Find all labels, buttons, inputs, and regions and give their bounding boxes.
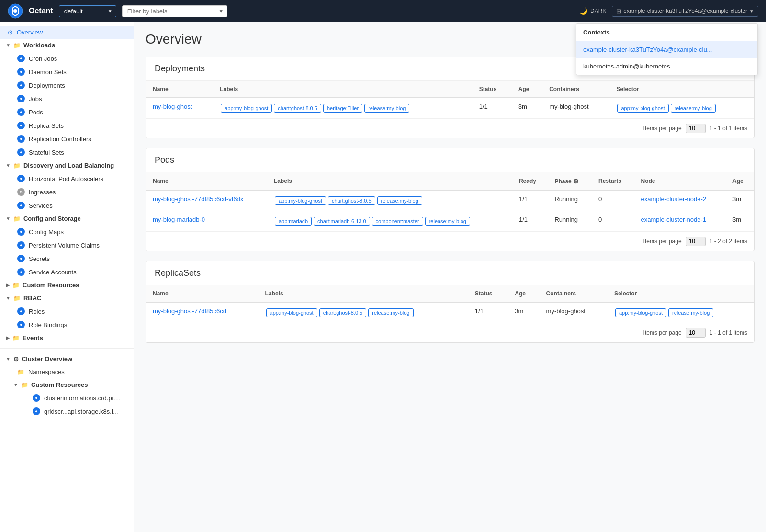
hpa-icon: ● xyxy=(17,175,25,182)
pod-name-link-0[interactable]: my-blog-ghost-77df85c6cd-vf6dx xyxy=(153,195,243,203)
pod-label-0-2: release:my-blog xyxy=(377,196,422,205)
cluster-selector[interactable]: ⊞ example-cluster-ka3TuTzYo4a@example-cl… xyxy=(612,6,758,17)
rs-col-containers: Containers xyxy=(540,285,608,302)
sidebar-item-cron-jobs[interactable]: ● Cron Jobs xyxy=(4,52,134,65)
clusterinformations-label: clusterinformations.crd.projec... xyxy=(44,395,121,402)
pods-per-page-select[interactable]: 10 25 50 xyxy=(686,237,706,246)
deployments-icon: ● xyxy=(17,81,25,89)
sidebar-section-events[interactable]: ▶ 📁 Events xyxy=(0,331,134,344)
deployments-per-page-select[interactable]: 10 25 50 xyxy=(686,124,706,133)
role-bindings-label: Role Bindings xyxy=(29,321,67,328)
ingresses-label: Ingresses xyxy=(29,189,56,196)
context-item-0[interactable]: example-cluster-ka3TuTzYo4a@example-clu.… xyxy=(576,41,757,58)
sidebar-section-custom-resources[interactable]: ▶ 📁 Custom Resources xyxy=(0,279,134,292)
sidebar-item-namespaces[interactable]: 📁 Namespaces xyxy=(4,365,134,378)
pod-restarts-1: 0 xyxy=(592,211,634,232)
sidebar-section-cluster-overview[interactable]: ▼ ⊙ Cluster Overview xyxy=(0,352,134,365)
sidebar-item-deployments[interactable]: ● Deployments xyxy=(4,79,134,92)
phase-filter-icon[interactable]: ⊛ xyxy=(573,177,579,185)
rs-containers: my-blog-ghost xyxy=(540,302,608,323)
pods-table: Name Labels Ready Phase ⊛ Restarts Node … xyxy=(146,172,754,231)
config-children: ● Config Maps ● Persistent Volume Claims… xyxy=(0,225,134,279)
services-label: Services xyxy=(29,202,53,209)
namespace-selector-wrapper[interactable]: default xyxy=(59,5,116,17)
pvc-label: Persistent Volume Claims xyxy=(29,242,100,249)
pod-node-link-1[interactable]: example-cluster-node-1 xyxy=(641,216,706,223)
cluster-label: example-cluster-ka3TuTzYo4a@example-clus… xyxy=(623,8,747,14)
events-chevron-icon: ▶ xyxy=(6,335,10,340)
deployment-label-1: chart:ghost-8.0.5 xyxy=(274,104,321,113)
sidebar-section-rbac[interactable]: ▼ 📁 RBAC xyxy=(0,292,134,305)
sidebar-item-clusterinformations[interactable]: ● clusterinformations.crd.projec... xyxy=(8,391,134,405)
pods-col-ready: Ready xyxy=(512,172,548,190)
config-label: Config and Storage xyxy=(23,215,81,222)
sidebar-item-stateful-sets[interactable]: ● Stateful Sets xyxy=(4,146,134,159)
pods-card: Pods Name Labels Ready Phase ⊛ Restarts … xyxy=(146,148,755,251)
discovery-children: ● Horizontal Pod Autoscalers ✕ Ingresses… xyxy=(0,172,134,212)
folder-icon-discovery: 📁 xyxy=(13,162,21,169)
sidebar-item-replica-sets[interactable]: ● Replica Sets xyxy=(4,119,134,132)
dark-mode-toggle[interactable]: 🌙 DARK xyxy=(579,7,606,15)
pods-count: 1 - 2 of 2 items xyxy=(710,238,747,245)
sidebar-item-gridscr[interactable]: ● gridscr...api.storage.k8s.io... xyxy=(8,405,134,418)
sidebar-section-discovery[interactable]: ▼ 📁 Discovery and Load Balancing xyxy=(0,159,134,172)
pod-labels-1: app:mariadb chart:mariadb-6.13.0 compone… xyxy=(274,216,506,226)
sidebar-item-roles[interactable]: ● Roles xyxy=(4,305,134,318)
rs-selector-cell: app:my-blog-ghost release:my-blog xyxy=(614,307,747,318)
sidebar-item-secrets[interactable]: ● Secrets xyxy=(4,252,134,265)
rs-col-status: Status xyxy=(468,285,508,302)
jobs-label: Jobs xyxy=(29,95,42,102)
sidebar-section-workloads[interactable]: ▼ 📁 Workloads xyxy=(0,39,134,52)
pod-label-0-1: chart:ghost-8.0.5 xyxy=(328,196,375,205)
discovery-chevron-icon: ▼ xyxy=(6,163,11,168)
sidebar-item-pods[interactable]: ● Pods xyxy=(4,105,134,119)
rs-selector-0: app:my-blog-ghost xyxy=(615,308,666,317)
rs-per-page-select[interactable]: 10 25 50 xyxy=(686,328,706,338)
context-dropdown-title: Contexts xyxy=(576,24,757,41)
deployment-labels-cell: app:my-blog-ghost chart:ghost-8.0.5 heri… xyxy=(220,103,465,113)
rs-col-labels: Labels xyxy=(259,285,468,302)
filter-input[interactable] xyxy=(122,5,227,17)
workloads-chevron-icon: ▼ xyxy=(6,43,11,48)
sidebar-item-pvc[interactable]: ● Persistent Volume Claims xyxy=(4,238,134,252)
pod-name-link-1[interactable]: my-blog-mariadb-0 xyxy=(153,216,205,223)
deployments-col-labels: Labels xyxy=(213,81,472,98)
context-item-1[interactable]: kubernetes-admin@kubernetes xyxy=(576,58,757,75)
overview-icon: ⊙ xyxy=(8,29,13,36)
moon-icon: 🌙 xyxy=(579,7,587,15)
namespace-select[interactable]: default xyxy=(59,5,116,17)
sidebar-item-hpa[interactable]: ● Horizontal Pod Autoscalers xyxy=(4,172,134,185)
pod-restarts-0: 0 xyxy=(592,190,634,211)
sidebar-section-config[interactable]: ▼ 📁 Config and Storage xyxy=(0,212,134,225)
filter-wrapper[interactable]: ▼ xyxy=(122,5,227,17)
sidebar-item-overview[interactable]: ⊙ Overview xyxy=(0,26,134,39)
cron-jobs-label: Cron Jobs xyxy=(29,55,57,62)
sidebar-item-replication-controllers[interactable]: ● Replication Controllers xyxy=(4,132,134,146)
topbar: Octant default ▼ 🌙 DARK ⊞ example-cluste… xyxy=(0,0,766,22)
deployment-selector-0: app:my-blog-ghost xyxy=(617,104,668,113)
sidebar-item-role-bindings[interactable]: ● Role Bindings xyxy=(4,318,134,331)
sidebar-item-services[interactable]: ● Services xyxy=(4,199,134,212)
service-accounts-label: Service Accounts xyxy=(29,269,77,276)
rs-name-link[interactable]: my-blog-ghost-77df85c6cd xyxy=(153,307,226,315)
rs-label-0: app:my-blog-ghost xyxy=(266,308,317,317)
pod-label-1-2: component:master xyxy=(372,217,423,226)
folder-icon-config: 📁 xyxy=(13,215,21,222)
deployment-label-2: heritage:Tiller xyxy=(323,104,362,113)
app-title: Octant xyxy=(29,7,53,15)
sidebar-item-jobs[interactable]: ● Jobs xyxy=(4,92,134,105)
deployment-name-link[interactable]: my-blog-ghost xyxy=(153,103,192,110)
clusterinformations-icon: ● xyxy=(33,394,40,402)
table-row: my-blog-mariadb-0 app:mariadb chart:mari… xyxy=(146,211,754,232)
sidebar-section-cluster-custom-resources[interactable]: ▼ 📁 Custom Resources xyxy=(4,378,134,391)
sidebar-item-daemon-sets[interactable]: ● Daemon Sets xyxy=(4,65,134,79)
sidebar-item-ingresses[interactable]: ✕ Ingresses xyxy=(4,185,134,199)
folder-icon-events: 📁 xyxy=(12,335,20,341)
replicasets-pagination: Items per page 10 25 50 1 - 1 of 1 items xyxy=(146,323,754,342)
pod-label-1-0: app:mariadb xyxy=(275,217,312,226)
rs-age: 3m xyxy=(508,302,539,323)
sidebar-item-config-maps[interactable]: ● Config Maps xyxy=(4,225,134,238)
replica-sets-label: Replica Sets xyxy=(29,122,64,129)
pod-node-link-0[interactable]: example-cluster-node-2 xyxy=(641,195,706,203)
sidebar-item-service-accounts[interactable]: ● Service Accounts xyxy=(4,265,134,279)
